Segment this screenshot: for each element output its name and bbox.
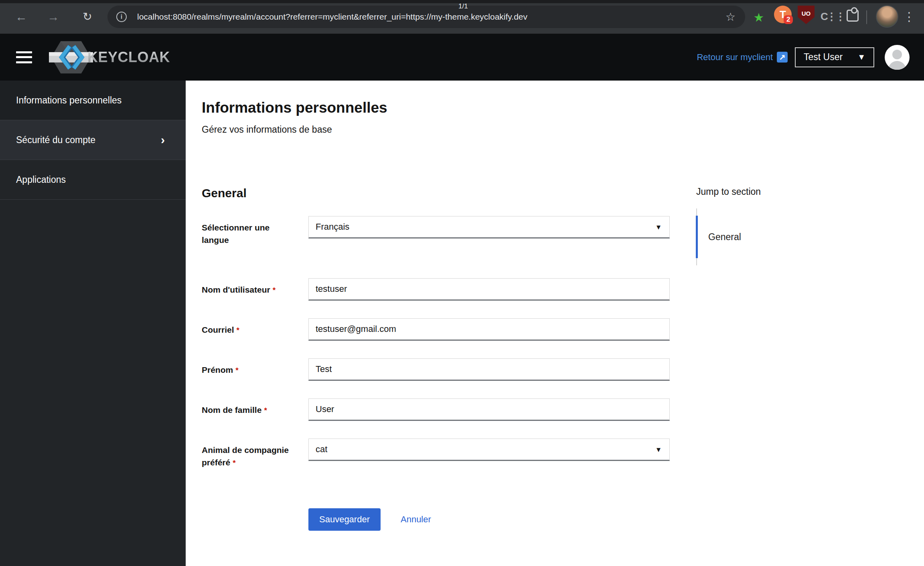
user-avatar[interactable] [885,45,910,70]
sidebar-item-label: Informations personnelles [16,95,122,106]
extension-t-icon[interactable]: T 2 [774,6,790,23]
extensions-puzzle-icon[interactable] [845,10,861,24]
jump-heading: Jump to section [696,186,889,197]
form-actions: Sauvegarder Annuler [308,508,670,531]
user-menu-dropdown[interactable]: Test User ▼ [795,47,874,67]
form-field-email: Courriel* [202,318,670,341]
required-indicator: * [235,366,238,374]
user-menu-label: Test User [804,52,843,63]
nav-toggle-icon[interactable] [16,51,32,63]
jump-item-label: General [708,232,741,243]
save-button[interactable]: Sauvegarder [308,508,381,531]
caret-down-icon: ▼ [857,53,865,62]
caret-down-icon: ▾ [657,445,661,454]
avatar-head-shape [892,50,902,59]
browser-chrome: ← → ↻ i localhost:8080/realms/myrealm/ac… [0,0,924,34]
form-field-language: Sélectionner une langue Français ▾ [202,216,670,246]
language-select-value: Français [316,222,349,232]
required-indicator: * [273,286,276,294]
field-label-firstname: Prénom* [202,358,295,381]
avatar-torso-shape [888,61,906,70]
field-label-lastname: Nom de famille* [202,398,295,421]
cancel-link[interactable]: Annuler [401,514,431,525]
chevron-right-icon: › [161,134,165,146]
referrer-back-link[interactable]: Retour sur myclient ↗ [697,52,788,63]
bookmark-star-icon[interactable]: ☆ [725,10,736,24]
sidebar-item-personal-info[interactable]: Informations personnelles [0,81,186,120]
browser-forward-icon[interactable]: → [44,9,63,25]
username-input[interactable] [308,278,670,301]
form-field-lastname: Nom de famille* [202,398,670,421]
address-bar[interactable]: i localhost:8080/realms/myrealm/account?… [107,6,745,28]
tab-counter: 1/1 [458,2,468,10]
sidebar-item-account-security[interactable]: Sécurité du compte › [0,120,186,160]
required-indicator: * [237,326,239,334]
sidebar-item-label: Applications [16,174,66,185]
toolbar-divider [866,10,867,24]
extension-ublock-icon[interactable]: UO [798,6,814,24]
keycloak-logo-icon [49,39,93,76]
sidebar-item-label: Sécurité du compte [16,135,95,146]
extension-green-star-icon[interactable]: ★ [751,10,767,24]
caret-down-icon: ▾ [657,222,661,232]
browser-back-icon[interactable]: ← [12,9,30,25]
field-label-email: Courriel* [202,318,295,341]
firstname-input[interactable] [308,358,670,381]
puzzle-shape [847,10,859,22]
field-label-language: Sélectionner une langue [202,216,295,246]
external-link-icon: ↗ [777,52,788,63]
extension-c-icon[interactable]: C⋮⋮ [821,10,837,23]
jump-item-general[interactable]: General [696,208,889,265]
browser-menu-icon[interactable]: ⋮ [903,8,915,26]
favourite-pet-select[interactable]: cat ▾ [308,439,670,461]
email-input[interactable] [308,318,670,341]
main-content: Informations personnelles Gérez vos info… [186,81,924,566]
sidebar-nav: Informations personnelles Sécurité du co… [0,81,186,566]
sidebar-item-applications[interactable]: Applications [0,160,186,200]
form-field-username: Nom d'utilisateur* [202,278,670,301]
jump-list: General [696,208,889,265]
section-heading-general: General [202,186,670,200]
brand-text: KEYCLOAK [87,49,170,66]
browser-reload-icon[interactable]: ↻ [78,9,97,25]
page-subtitle: Gérez vos informations de base [202,124,924,135]
shield-icon: UO [798,6,815,24]
field-label-username: Nom d'utilisateur* [202,278,295,301]
personal-info-form: General Sélectionner une langue Français… [202,186,670,531]
extension-badge: 2 [784,15,793,24]
jump-to-section: Jump to section General [696,186,889,531]
active-section-bar [696,216,698,258]
keycloak-logo[interactable]: KEYCLOAK [49,39,170,76]
form-field-favourite-pet: Animal de compagnie préféré* cat ▾ [202,439,670,469]
field-label-favourite-pet: Animal de compagnie préféré* [202,439,295,469]
browser-profile-avatar[interactable] [876,5,898,28]
required-indicator: * [233,459,235,467]
required-indicator: * [264,406,267,414]
language-select[interactable]: Français ▾ [308,216,670,239]
favourite-pet-select-value: cat [316,444,327,455]
masthead: KEYCLOAK Retour sur myclient ↗ Test User… [0,34,924,81]
referrer-link-label: Retour sur myclient [697,52,773,63]
page-title: Informations personnelles [202,99,924,116]
site-info-icon[interactable]: i [116,12,127,22]
form-field-firstname: Prénom* [202,358,670,381]
lastname-input[interactable] [308,398,670,421]
url-text[interactable]: localhost:8080/realms/myrealm/account?re… [137,12,725,22]
